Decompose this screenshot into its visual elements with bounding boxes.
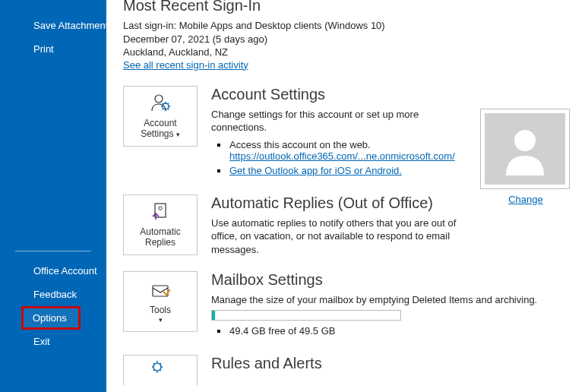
account-avatar-box: Change: [480, 109, 571, 205]
mailbox-usage-fill: [212, 311, 215, 320]
sidebar-exit[interactable]: Exit: [0, 330, 106, 353]
account-info-panel: Most Recent Sign-In Last sign-in: Mobile…: [106, 0, 588, 392]
automatic-replies-row: Automatic Replies Automatic Replies (Out…: [123, 194, 571, 257]
rules-alerts-row: Rules and Alerts: [123, 355, 571, 385]
mailbox-usage-bar: [211, 310, 401, 321]
account-settings-tile[interactable]: Account Settings ▾: [123, 86, 198, 147]
account-settings-tile-label1: Account: [144, 119, 176, 129]
automatic-replies-tile[interactable]: Automatic Replies: [123, 194, 198, 255]
account-settings-row: Account Settings ▾ Account Settings Chan…: [123, 86, 571, 179]
automatic-replies-text: Use automatic replies to notify others t…: [211, 217, 473, 257]
sidebar-print[interactable]: Print: [0, 37, 106, 61]
tools-icon: [150, 281, 171, 305]
chevron-down-icon: ▾: [176, 131, 180, 138]
account-mobile-app-item: Get the Outlook app for iOS or Android.: [211, 165, 473, 176]
svg-point-2: [514, 130, 536, 151]
mailbox-settings-desc: Mailbox Settings Manage the size of your…: [211, 271, 571, 340]
sidebar-options[interactable]: Options: [21, 306, 81, 330]
chevron-down-icon: ▾: [159, 318, 163, 323]
mailbox-settings-text: Manage the size of your mailbox by empty…: [211, 293, 556, 307]
account-settings-text: Change settings for this account or set …: [211, 108, 473, 134]
account-settings-icon: [149, 93, 172, 119]
avatar-frame: [480, 109, 570, 189]
automatic-replies-icon: [150, 201, 170, 227]
signin-activity-link[interactable]: See all recent sign-in activity: [123, 59, 248, 71]
avatar-placeholder-icon: [485, 113, 565, 185]
signin-location: Auckland, Auckland, NZ: [123, 46, 571, 59]
tools-tile-label: Tools: [150, 305, 171, 316]
recent-signin-section: Most Recent Sign-In Last sign-in: Mobile…: [123, 0, 571, 71]
auto-replies-tile-label2: Replies: [145, 238, 175, 248]
account-settings-heading: Account Settings: [211, 86, 473, 103]
rules-alerts-desc: Rules and Alerts: [211, 355, 571, 385]
rules-alerts-icon: [151, 359, 169, 382]
account-web-url-link[interactable]: https://outlook.office365.com/...ne.onmi…: [229, 150, 455, 162]
signin-client: Last sign-in: Mobile Apps and Desktop cl…: [123, 19, 571, 33]
sidebar-divider: [15, 251, 91, 251]
get-outlook-app-link[interactable]: Get the Outlook app for iOS or Android.: [229, 165, 402, 176]
mailbox-settings-heading: Mailbox Settings: [211, 271, 556, 289]
sidebar-feedback[interactable]: Feedback: [0, 283, 106, 306]
backstage-sidebar: Save Attachments Print Office Account Fe…: [0, 0, 106, 392]
automatic-replies-heading: Automatic Replies (Out of Office): [211, 194, 473, 212]
svg-rect-3: [155, 204, 166, 217]
rules-alerts-heading: Rules and Alerts: [211, 355, 556, 372]
tools-tile[interactable]: Tools ▾: [123, 271, 198, 332]
sidebar-office-account[interactable]: Office Account: [0, 259, 106, 283]
account-web-access-label: Access this account on the web.: [229, 139, 371, 150]
recent-signin-heading: Most Recent Sign-In: [123, 0, 571, 14]
svg-point-0: [155, 95, 163, 103]
account-settings-tile-label2: Settings ▾: [141, 129, 180, 140]
auto-replies-tile-label1: Automatic: [140, 227, 180, 238]
signin-date: December 07, 2021 (5 days ago): [123, 33, 571, 46]
mailbox-settings-row: Tools ▾ Mailbox Settings Manage the size…: [123, 271, 571, 340]
sidebar-save-attachments[interactable]: Save Attachments: [0, 14, 106, 37]
sidebar-spacer: [0, 61, 106, 243]
account-web-access-item: Access this account on the web. https://…: [211, 139, 473, 162]
svg-point-4: [159, 207, 162, 210]
rules-alerts-tile[interactable]: [123, 355, 198, 385]
mailbox-storage-text: 49.4 GB free of 49.5 GB: [211, 325, 556, 337]
automatic-replies-desc: Automatic Replies (Out of Office) Use au…: [211, 194, 571, 257]
